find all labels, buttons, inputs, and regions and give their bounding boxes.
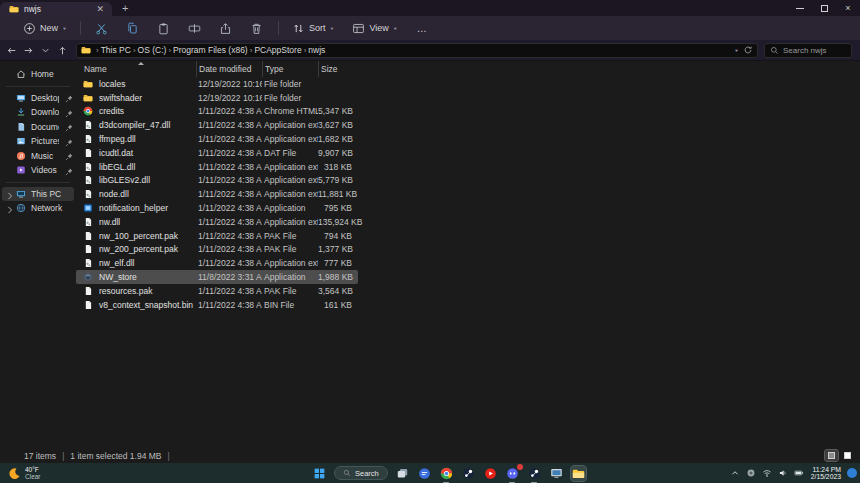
sidebar-item-home[interactable]: Home bbox=[2, 67, 74, 82]
taskbar-youtube[interactable] bbox=[483, 466, 498, 481]
share-button[interactable] bbox=[213, 19, 239, 37]
breadcrumb-item[interactable]: Program Files (x86) bbox=[173, 45, 248, 55]
view-button[interactable]: View ▼ bbox=[347, 19, 402, 38]
search-icon bbox=[770, 46, 779, 55]
notification-badge[interactable] bbox=[847, 468, 857, 478]
file-row[interactable]: nw_100_percent.pak1/11/2022 4:38 AMPAK F… bbox=[76, 229, 358, 243]
column-headers: Name Date modified Type Size bbox=[76, 61, 860, 77]
file-row[interactable]: notification_helper1/11/2022 4:38 AMAppl… bbox=[76, 201, 358, 215]
file-row[interactable]: resources.pak1/11/2022 4:38 AMPAK File3,… bbox=[76, 284, 358, 298]
share-icon bbox=[219, 22, 232, 35]
steam-icon bbox=[462, 467, 475, 480]
taskbar-chrome[interactable] bbox=[439, 466, 454, 481]
search-placeholder: Search nwjs bbox=[783, 46, 827, 55]
tray-chevron-up[interactable] bbox=[729, 467, 741, 479]
sidebar-item-videos[interactable]: Videos bbox=[2, 163, 74, 178]
sort-button[interactable]: Sort ▼ bbox=[287, 19, 339, 38]
taskbar-steam[interactable] bbox=[461, 466, 476, 481]
refresh-icon bbox=[743, 45, 753, 55]
file-row[interactable]: credits1/11/2022 4:38 AMChrome HTML Do..… bbox=[76, 105, 358, 119]
sidebar-item-pictures[interactable]: Pictures bbox=[2, 134, 74, 149]
new-button[interactable]: New ▼ bbox=[18, 19, 72, 38]
new-label: New bbox=[40, 23, 58, 33]
paste-button[interactable] bbox=[151, 19, 177, 37]
volume-icon bbox=[778, 468, 788, 478]
explorer-tab[interactable]: nwjs ✕ bbox=[0, 2, 112, 16]
sidebar-item-desktop[interactable]: Desktop bbox=[2, 91, 74, 106]
taskbar-steam[interactable] bbox=[527, 466, 542, 481]
taskbar-discord[interactable] bbox=[505, 466, 520, 481]
new-tab-button[interactable]: + bbox=[122, 2, 128, 14]
copy-button[interactable] bbox=[120, 19, 146, 37]
file-row[interactable]: libGLESv2.dll1/11/2022 4:38 AMApplicatio… bbox=[76, 174, 358, 188]
minimize-button[interactable] bbox=[788, 0, 812, 16]
cut-button[interactable] bbox=[89, 19, 115, 37]
close-button[interactable]: × bbox=[836, 0, 860, 16]
tray-volume[interactable] bbox=[777, 467, 789, 479]
tray-tray-app[interactable] bbox=[745, 467, 757, 479]
taskbar-clock[interactable]: 11:24 PM 2/15/2023 bbox=[809, 466, 843, 481]
file-row[interactable]: icudtl.dat1/11/2022 4:38 AMDAT File9,907… bbox=[76, 146, 358, 160]
sidebar-item-thispc[interactable]: This PC bbox=[2, 187, 74, 202]
file-icon bbox=[83, 286, 93, 296]
breadcrumb-item[interactable]: nwjs bbox=[308, 45, 325, 55]
sidebar-item-music[interactable]: Music bbox=[2, 149, 74, 164]
sidebar-item-downloads[interactable]: Downloads bbox=[2, 105, 74, 120]
tab-close-icon[interactable]: ✕ bbox=[94, 4, 106, 14]
sidebar-item-network[interactable]: Network bbox=[2, 201, 74, 216]
maximize-button[interactable] bbox=[812, 0, 836, 16]
chevron-down-icon: ▼ bbox=[393, 26, 398, 31]
up-button[interactable] bbox=[55, 43, 70, 58]
taskbar-taskview[interactable] bbox=[395, 466, 410, 481]
rename-button[interactable] bbox=[182, 19, 208, 37]
file-row[interactable]: d3dcompiler_47.dll1/11/2022 4:38 AMAppli… bbox=[76, 118, 358, 132]
file-row[interactable]: node.dll1/11/2022 4:38 AMApplication ext… bbox=[76, 187, 358, 201]
breadcrumb-item[interactable]: This PC bbox=[101, 45, 131, 55]
file-row[interactable]: nw.dll1/11/2022 4:38 AMApplication exten… bbox=[76, 215, 358, 229]
column-header-date[interactable]: Date modified bbox=[196, 61, 262, 77]
column-header-type[interactable]: Type bbox=[262, 61, 318, 77]
refresh-icon[interactable] bbox=[743, 45, 753, 55]
delete-button[interactable] bbox=[244, 19, 270, 37]
taskbar-explorer[interactable] bbox=[571, 466, 586, 481]
column-header-name[interactable]: Name bbox=[82, 61, 196, 77]
taskbar-start[interactable] bbox=[312, 466, 327, 481]
file-row[interactable]: nw_elf.dll1/11/2022 4:38 AMApplication e… bbox=[76, 256, 358, 270]
address-bar[interactable]: ›This PC›OS (C:)›Program Files (x86)›PCA… bbox=[76, 43, 758, 58]
more-options-button[interactable]: … bbox=[417, 23, 428, 34]
search-box[interactable]: Search nwjs bbox=[764, 43, 852, 58]
column-header-size[interactable]: Size bbox=[318, 61, 356, 77]
videos-icon bbox=[16, 165, 26, 175]
tray-wifi[interactable] bbox=[761, 467, 773, 479]
sort-label: Sort bbox=[309, 23, 326, 33]
taskbar-monitor-app[interactable] bbox=[549, 466, 564, 481]
pin-icon bbox=[64, 109, 74, 119]
large-icons-view-toggle[interactable] bbox=[841, 450, 854, 461]
clock-time: 11:24 PM bbox=[812, 466, 841, 474]
file-row[interactable]: swiftshader12/19/2022 10:16 PMFile folde… bbox=[76, 91, 358, 105]
address-dropdown-chevron[interactable]: ▼ bbox=[734, 48, 739, 53]
file-row[interactable]: ffmpeg.dll1/11/2022 4:38 AMApplication e… bbox=[76, 132, 358, 146]
breadcrumb-item[interactable]: PCAppStore bbox=[254, 45, 301, 55]
taskbar-chat[interactable] bbox=[417, 466, 432, 481]
forward-button[interactable] bbox=[21, 43, 36, 58]
breadcrumb-item[interactable]: OS (C:) bbox=[138, 45, 167, 55]
chevron-right-icon bbox=[5, 191, 15, 201]
tray-battery[interactable] bbox=[793, 467, 805, 479]
weather-widget[interactable]: 40°F Clear bbox=[0, 466, 41, 480]
clock-date: 2/15/2023 bbox=[811, 473, 841, 481]
selection-info: 1 item selected 1.94 MB bbox=[70, 451, 161, 461]
back-button[interactable] bbox=[4, 43, 19, 58]
details-view-toggle[interactable] bbox=[825, 450, 838, 461]
file-row[interactable]: v8_context_snapshot.bin1/11/2022 4:38 AM… bbox=[76, 298, 358, 312]
file-row[interactable]: libEGL.dll1/11/2022 4:38 AMApplication e… bbox=[76, 160, 358, 174]
nwstore-icon bbox=[83, 272, 93, 282]
sidebar-item-documents[interactable]: Documents bbox=[2, 120, 74, 135]
file-row[interactable]: locales12/19/2022 10:16 PMFile folder bbox=[76, 77, 358, 91]
taskbar-search[interactable]: Search bbox=[334, 466, 388, 480]
thispc-icon bbox=[16, 189, 26, 199]
recent-locations-chevron[interactable] bbox=[38, 43, 53, 58]
toolbar-icons bbox=[89, 19, 270, 37]
file-row[interactable]: NW_store11/8/2022 3:31 AMApplication1,98… bbox=[76, 270, 358, 284]
file-row[interactable]: nw_200_percent.pak1/11/2022 4:38 AMPAK F… bbox=[76, 243, 358, 257]
